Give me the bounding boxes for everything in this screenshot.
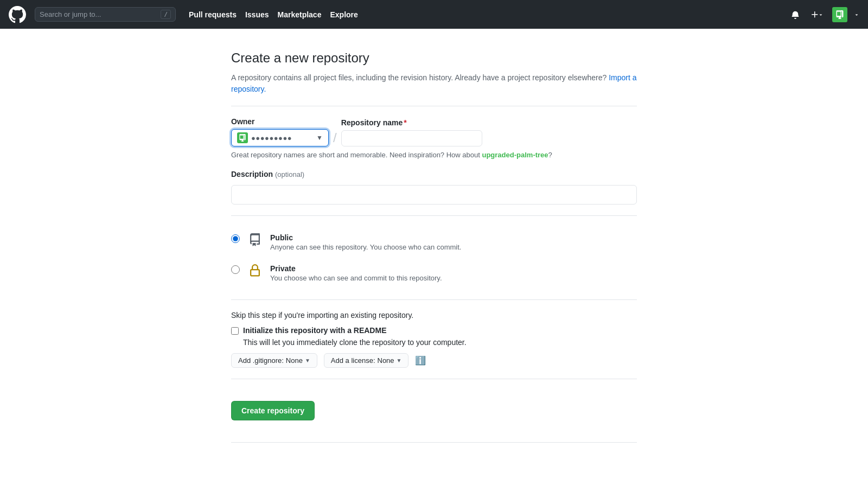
page-title: Create a new repository — [231, 50, 637, 66]
public-text: Public Anyone can see this repository. Y… — [270, 233, 461, 251]
required-star: * — [404, 118, 406, 127]
readme-checkbox[interactable] — [231, 327, 239, 335]
repo-name-input[interactable] — [341, 130, 482, 146]
search-bar[interactable]: / — [35, 7, 176, 22]
path-separator: / — [333, 131, 337, 144]
create-repository-button[interactable]: Create repository — [231, 401, 315, 420]
public-option[interactable]: Public Anyone can see this repository. Y… — [231, 227, 637, 258]
avatar-caret — [854, 12, 859, 17]
readme-hint: This will let you immediately clone the … — [243, 338, 637, 347]
github-logo[interactable] — [9, 6, 26, 23]
dropdown-row: Add .gitignore: None ▼ Add a license: No… — [231, 353, 637, 368]
owner-label: Owner — [231, 117, 329, 126]
nav-pull-requests[interactable]: Pull requests — [189, 10, 237, 19]
private-radio[interactable] — [231, 265, 240, 274]
private-text: Private You choose who can see and commi… — [270, 264, 442, 282]
navbar-right — [789, 7, 859, 22]
license-dropdown[interactable]: Add a license: None ▼ — [324, 353, 409, 368]
gitignore-dropdown[interactable]: Add .gitignore: None ▼ — [231, 353, 317, 368]
owner-caret-icon: ▼ — [316, 134, 323, 142]
private-option[interactable]: Private You choose who can see and commi… — [231, 258, 637, 289]
info-icon[interactable]: ℹ️ — [415, 355, 426, 366]
owner-name: ●●●●●●●●● — [251, 134, 313, 142]
owner-repo-row: Owner ●●●●●●●●● ▼ / Repository name* — [231, 117, 637, 146]
readme-label[interactable]: Initialize this repository with a README — [243, 326, 386, 335]
navbar: / Pull requests Issues Marketplace Explo… — [0, 0, 868, 29]
description-input[interactable] — [231, 185, 637, 205]
visibility-section: Public Anyone can see this repository. Y… — [231, 227, 637, 289]
init-section: Skip this step if you're importing an ex… — [231, 311, 637, 368]
avatar[interactable] — [832, 7, 847, 22]
new-button[interactable] — [808, 8, 826, 21]
notifications-button[interactable] — [789, 8, 802, 21]
top-divider — [231, 106, 637, 106]
skip-text: Skip this step if you're importing an ex… — [231, 311, 637, 320]
main-content: Create a new repository A repository con… — [222, 29, 646, 475]
page-subtitle: A repository contains all project files,… — [231, 72, 637, 95]
repo-name-label: Repository name* — [341, 118, 482, 127]
optional-tag: (optional) — [275, 170, 304, 178]
owner-avatar — [237, 132, 248, 143]
nav-links: Pull requests Issues Marketplace Explore — [189, 10, 358, 19]
gitignore-caret-icon: ▼ — [305, 357, 310, 363]
description-group: Description (optional) — [231, 170, 637, 205]
readme-checkbox-row[interactable]: Initialize this repository with a README — [231, 326, 637, 335]
nav-issues[interactable]: Issues — [245, 10, 269, 19]
repo-name-hint: Great repository names are short and mem… — [231, 151, 637, 159]
init-divider-top — [231, 299, 637, 300]
owner-select[interactable]: ●●●●●●●●● ▼ — [231, 129, 329, 146]
nav-explore[interactable]: Explore — [330, 10, 358, 19]
search-input[interactable] — [40, 10, 156, 18]
private-icon — [246, 262, 264, 279]
create-divider — [231, 379, 637, 379]
kbd-slash: / — [161, 10, 171, 19]
public-radio[interactable] — [231, 234, 240, 243]
license-caret-icon: ▼ — [397, 357, 402, 363]
nav-marketplace[interactable]: Marketplace — [278, 10, 322, 19]
bottom-divider — [231, 442, 637, 443]
repo-name-group: Repository name* — [341, 118, 482, 146]
owner-group: Owner ●●●●●●●●● ▼ — [231, 117, 329, 146]
description-label: Description (optional) — [231, 170, 637, 178]
visibility-divider-top — [231, 215, 637, 216]
public-icon — [246, 231, 264, 248]
